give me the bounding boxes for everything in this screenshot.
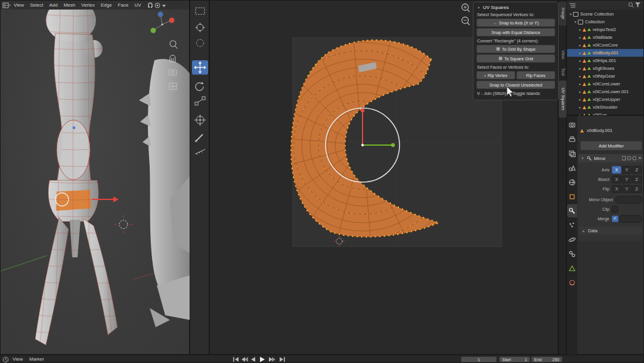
- snap-closest-button[interactable]: Snap to Closest Unselected: [476, 81, 555, 89]
- frame-end-field[interactable]: End250: [531, 356, 562, 362]
- playback-controls[interactable]: [233, 356, 288, 362]
- outliner-item[interactable]: ▸v0kShoulder: [567, 103, 643, 111]
- to-grid-by-shape-button[interactable]: ▦ To Grid By Shape: [476, 45, 555, 53]
- disclosure-icon[interactable]: ▸: [578, 59, 583, 63]
- overlays-dropdown-icon[interactable]: [161, 2, 167, 9]
- outliner-item[interactable]: ▸v0lCoreLower.001: [567, 88, 643, 96]
- timeline-menu-marker[interactable]: Marker: [26, 355, 47, 363]
- axis-z-toggle[interactable]: Z: [632, 166, 642, 174]
- disclosure-icon[interactable]: ▸: [578, 27, 583, 32]
- tool-transform-icon[interactable]: [194, 115, 206, 126]
- menu-select[interactable]: Select: [27, 1, 46, 10]
- current-frame-field[interactable]: 1: [461, 356, 497, 362]
- menu-mesh[interactable]: Mesh: [61, 1, 79, 10]
- to-square-grid-button[interactable]: ▦ To Square Grid: [476, 54, 555, 63]
- jump-to-end-button[interactable]: [280, 357, 285, 362]
- play-reverse-fast-button[interactable]: [242, 357, 248, 362]
- tool-cursor-icon[interactable]: [196, 23, 205, 32]
- tab-particles[interactable]: [567, 219, 577, 232]
- menu-add[interactable]: Add: [46, 1, 60, 10]
- rip-faces-button[interactable]: Rip Faces: [516, 71, 555, 79]
- outliner-item-selected[interactable]: ▸v0dBody.001: [567, 49, 643, 57]
- tool-annotate-icon[interactable]: [195, 134, 203, 142]
- snap-to-axis-button[interactable]: ↔ Snap to Axis (X or Y): [476, 19, 555, 27]
- outliner-item[interactable]: ▸v0lHips.001: [567, 57, 643, 64]
- panel-collapse-icon[interactable]: ▾: [580, 156, 585, 161]
- snap-equal-distance-button[interactable]: Snap with Equal Distance: [476, 28, 555, 36]
- viewport-3d-canvas[interactable]: [1, 10, 190, 355]
- tab-view-layer[interactable]: [567, 147, 577, 160]
- bisect-z-toggle[interactable]: Z: [632, 176, 642, 183]
- uv-editor[interactable]: ▾ UV Squares Select Sequenced Vertices t…: [209, 0, 558, 355]
- outliner-item[interactable]: ▸retopoTest2: [567, 26, 643, 33]
- disclosure-icon[interactable]: ▸: [578, 74, 583, 79]
- disclosure-icon[interactable]: ▸: [578, 35, 583, 40]
- bisect-x-toggle[interactable]: X: [612, 176, 621, 183]
- menu-uv[interactable]: UV: [131, 1, 144, 10]
- menu-edge[interactable]: Edge: [98, 1, 115, 10]
- outliner-item[interactable]: ▸v0gElbows: [567, 64, 643, 72]
- timeline-editor-icon[interactable]: [2, 356, 9, 363]
- modifier-panel-header[interactable]: ▾ Mirror ✕: [578, 154, 643, 162]
- disclosure-icon[interactable]: ▾: [573, 20, 578, 24]
- zoom-out-button[interactable]: [461, 16, 470, 27]
- tool-select-circle-icon[interactable]: [197, 39, 204, 47]
- menu-vertex[interactable]: Vertex: [78, 1, 98, 10]
- filter-funnel-icon[interactable]: [634, 2, 642, 8]
- tab-scene[interactable]: [567, 161, 577, 174]
- disclosure-icon[interactable]: ▸: [578, 97, 583, 102]
- outliner-item[interactable]: ▸v0lCoreLower: [567, 80, 643, 88]
- tab-object-data[interactable]: [567, 262, 577, 275]
- play-reverse-button[interactable]: [251, 357, 255, 362]
- disclosure-icon[interactable]: ▸: [581, 229, 586, 233]
- merge-checkbox[interactable]: ✓: [612, 216, 618, 222]
- modifier-close-icon[interactable]: ✕: [638, 156, 642, 161]
- tab-image[interactable]: Image: [559, 2, 567, 26]
- data-subpanel-header[interactable]: ▸ Data: [580, 227, 642, 235]
- add-modifier-button[interactable]: Add Modifier: [580, 141, 642, 150]
- zoom-in-button[interactable]: [461, 3, 470, 14]
- flip-z-toggle[interactable]: Z: [632, 185, 642, 193]
- tab-uv-squares[interactable]: UV Squares: [559, 81, 567, 118]
- menu-view[interactable]: View: [11, 1, 27, 10]
- disclosure-icon[interactable]: ▸: [578, 90, 583, 94]
- frame-start-field[interactable]: Start1: [499, 356, 530, 362]
- tab-modifiers[interactable]: [567, 204, 577, 217]
- axis-x-toggle[interactable]: X: [612, 166, 621, 174]
- tab-view[interactable]: View: [559, 47, 567, 63]
- timeline-menu-view[interactable]: View: [10, 355, 26, 363]
- outliner-item[interactable]: ▸v0lCoreCore: [567, 41, 643, 49]
- mirror-object-field[interactable]: [615, 196, 642, 204]
- outliner-editor-icon[interactable]: [569, 2, 576, 8]
- tab-world[interactable]: [567, 176, 577, 189]
- disclosure-icon[interactable]: ▸: [578, 105, 583, 110]
- bisect-y-toggle[interactable]: Y: [622, 176, 631, 183]
- disclosure-icon[interactable]: ▸: [578, 82, 583, 87]
- jump-to-start-button[interactable]: [233, 357, 239, 362]
- proportional-edit-icon[interactable]: [154, 2, 161, 9]
- snap-magnet-icon[interactable]: [147, 2, 154, 9]
- disclosure-icon[interactable]: ▸: [578, 43, 583, 48]
- viewport-3d[interactable]: View Select Add Mesh Vertex Edge Face UV: [0, 0, 190, 355]
- play-button[interactable]: [260, 357, 265, 362]
- menu-face[interactable]: Face: [115, 1, 132, 10]
- tab-render[interactable]: [567, 118, 577, 131]
- modifier-display-icons[interactable]: [622, 156, 636, 161]
- tab-output[interactable]: [567, 133, 577, 146]
- flip-y-toggle[interactable]: Y: [622, 185, 631, 193]
- panel-collapse-icon[interactable]: ▾: [476, 5, 481, 10]
- tool-select-box-icon[interactable]: [196, 8, 205, 14]
- disclosure-icon[interactable]: ▸: [578, 51, 583, 56]
- tool-scale-icon[interactable]: [195, 97, 205, 105]
- tool-move-icon[interactable]: [192, 60, 208, 75]
- tab-material[interactable]: [567, 276, 577, 289]
- search-icon[interactable]: [628, 2, 634, 8]
- outliner-item[interactable]: ▸v0jCoreUpper: [567, 96, 643, 103]
- tool-measure-icon[interactable]: [195, 149, 205, 155]
- tab-constraints[interactable]: [567, 247, 577, 260]
- outliner-item[interactable]: ▸v0laBlade: [567, 33, 643, 41]
- outliner-item[interactable]: ▸v0lNipGear: [567, 72, 643, 80]
- flip-x-toggle[interactable]: X: [612, 185, 621, 193]
- tab-object[interactable]: [567, 190, 577, 203]
- disclosure-icon[interactable]: ▸: [578, 66, 583, 71]
